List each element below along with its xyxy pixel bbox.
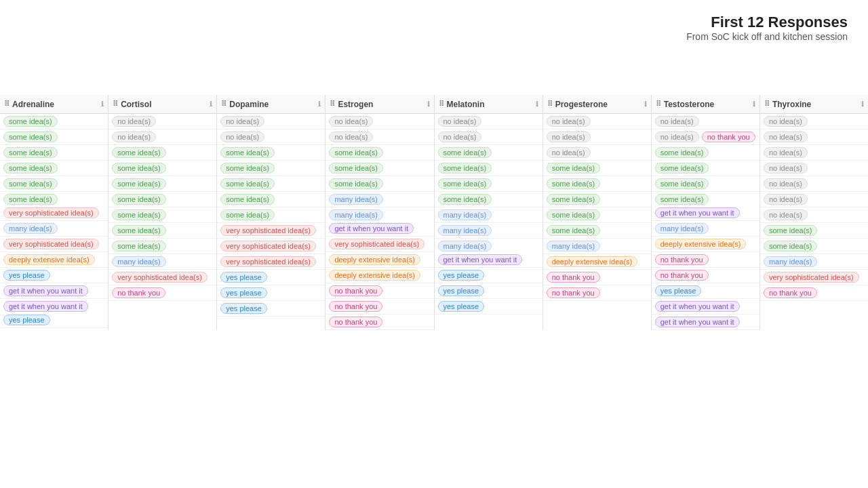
tag-no[interactable]: no idea(s) [438,116,482,127]
tag-get[interactable]: get it when you want it [655,301,740,312]
tag-some[interactable]: some idea(s) [220,194,275,205]
tag-deeply[interactable]: deeply extensive idea(s) [655,239,747,249]
tag-some[interactable]: some idea(s) [220,163,275,174]
tag-many[interactable]: many idea(s) [764,256,818,267]
tag-no-thank[interactable]: no thank you [112,287,165,298]
tag-some[interactable]: some idea(s) [112,225,166,236]
tag-very[interactable]: very sophisticated idea(s) [3,239,99,249]
tag-some[interactable]: some idea(s) [547,209,601,220]
tag-some[interactable]: some idea(s) [329,147,383,158]
tag-some[interactable]: some idea(s) [112,241,166,251]
tag-yes[interactable]: yes please [655,285,702,296]
tag-very[interactable]: very sophisticated idea(s) [112,272,208,283]
tag-deeply[interactable]: deeply extensive idea(s) [329,254,420,265]
tag-no[interactable]: no idea(s) [764,209,808,220]
tag-no[interactable]: no idea(s) [655,131,699,142]
tag-no[interactable]: no idea(s) [438,131,482,142]
tag-some[interactable]: some idea(s) [3,147,58,158]
tag-very[interactable]: very sophisticated idea(s) [329,239,425,249]
tag-very[interactable]: very sophisticated idea(s) [764,272,859,283]
tag-some[interactable]: some idea(s) [220,209,275,220]
tag-no-thank[interactable]: no thank you [764,287,817,298]
tag-no[interactable]: no idea(s) [764,163,808,174]
tag-no-thank[interactable]: no thank you [329,317,382,327]
tag-get[interactable]: get it when you want it [3,285,88,296]
tag-get[interactable]: get it when you want it [3,301,88,312]
tag-very[interactable]: very sophisticated idea(s) [220,241,316,251]
tag-some[interactable]: some idea(s) [3,131,58,142]
tag-many[interactable]: many idea(s) [547,241,601,251]
tag-no-thank[interactable]: no thank you [329,285,382,296]
tag-some[interactable]: some idea(s) [112,178,166,189]
tag-some[interactable]: some idea(s) [655,178,709,189]
tag-some[interactable]: some idea(s) [3,178,58,189]
tag-no[interactable]: no idea(s) [655,116,699,127]
tag-no[interactable]: no idea(s) [547,116,591,127]
tag-yes[interactable]: yes please [438,270,485,281]
tag-some[interactable]: some idea(s) [3,194,58,205]
tag-some[interactable]: some idea(s) [112,209,166,220]
tag-many[interactable]: many idea(s) [3,223,58,234]
tag-get[interactable]: get it when you want it [655,207,740,218]
tag-some[interactable]: some idea(s) [438,178,492,189]
tag-get[interactable]: get it when you want it [655,317,740,327]
tag-no[interactable]: no idea(s) [329,131,373,142]
tag-very[interactable]: very sophisticated idea(s) [220,256,316,267]
tag-some[interactable]: some idea(s) [112,194,166,205]
tag-no[interactable]: no idea(s) [220,116,264,127]
tag-deeply[interactable]: deeply extensive idea(s) [329,270,420,281]
tag-deeply[interactable]: deeply extensive idea(s) [547,256,638,267]
tag-some[interactable]: some idea(s) [329,163,383,174]
tag-some[interactable]: some idea(s) [764,225,818,236]
tag-many[interactable]: many idea(s) [329,209,383,220]
tag-no[interactable]: no idea(s) [112,131,156,142]
tag-no[interactable]: no idea(s) [547,147,591,158]
tag-many[interactable]: many idea(s) [438,241,492,251]
tag-yes[interactable]: yes please [220,272,267,283]
tag-some[interactable]: some idea(s) [220,178,275,189]
tag-some[interactable]: some idea(s) [438,147,492,158]
tag-no-thank[interactable]: no thank you [329,301,382,312]
tag-yes[interactable]: yes please [3,270,50,281]
tag-some[interactable]: some idea(s) [655,163,709,174]
tag-no-thank[interactable]: no thank you [702,131,755,142]
tag-get[interactable]: get it when you want it [438,254,523,265]
tag-some[interactable]: some idea(s) [112,163,166,174]
tag-no[interactable]: no idea(s) [764,147,808,158]
tag-no[interactable]: no idea(s) [764,131,808,142]
tag-yes[interactable]: yes please [3,314,50,325]
tag-some[interactable]: some idea(s) [655,147,709,158]
tag-some[interactable]: some idea(s) [547,194,601,205]
tag-some[interactable]: some idea(s) [547,178,601,189]
tag-deeply[interactable]: deeply extensive idea(s) [3,254,95,265]
tag-some[interactable]: some idea(s) [655,194,709,205]
tag-no-thank[interactable]: no thank you [655,254,709,265]
tag-some[interactable]: some idea(s) [3,163,58,174]
tag-no-thank[interactable]: no thank you [547,287,600,298]
tag-no[interactable]: no idea(s) [220,131,264,142]
tag-no[interactable]: no idea(s) [764,194,808,205]
tag-yes[interactable]: yes please [220,303,267,314]
tag-very[interactable]: very sophisticated idea(s) [220,225,316,236]
tag-many[interactable]: many idea(s) [329,194,383,205]
tag-some[interactable]: some idea(s) [764,241,818,251]
tag-many[interactable]: many idea(s) [655,223,709,234]
tag-some[interactable]: some idea(s) [438,163,492,174]
tag-very[interactable]: very sophisticated idea(s) [3,207,99,218]
tag-many[interactable]: many idea(s) [438,225,492,236]
tag-many[interactable]: many idea(s) [112,256,166,267]
tag-some[interactable]: some idea(s) [3,116,58,127]
tag-many[interactable]: many idea(s) [438,209,492,220]
tag-some[interactable]: some idea(s) [220,147,275,158]
tag-yes[interactable]: yes please [438,301,485,312]
tag-some[interactable]: some idea(s) [329,178,383,189]
tag-get[interactable]: get it when you want it [329,223,414,234]
tag-no[interactable]: no idea(s) [112,116,156,127]
tag-no-thank[interactable]: no thank you [547,272,600,283]
tag-no[interactable]: no idea(s) [329,116,373,127]
tag-some[interactable]: some idea(s) [547,225,601,236]
tag-yes[interactable]: yes please [438,285,485,296]
tag-some[interactable]: some idea(s) [438,194,492,205]
tag-no[interactable]: no idea(s) [547,131,591,142]
tag-yes[interactable]: yes please [220,287,267,298]
